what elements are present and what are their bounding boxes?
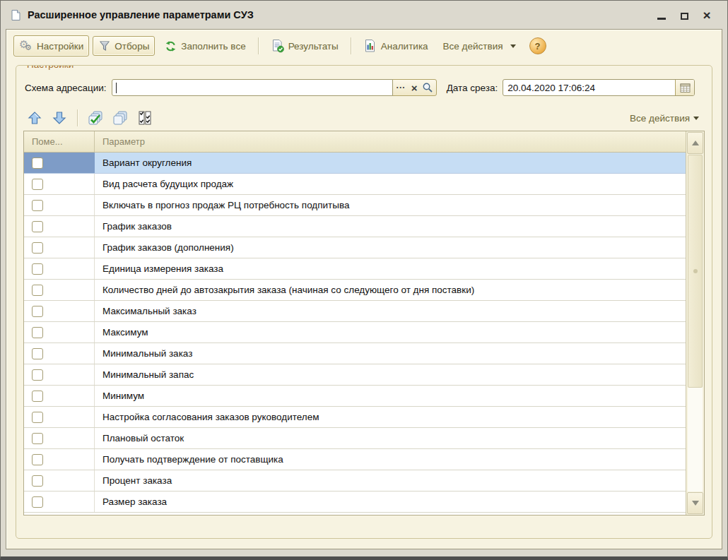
row-mark-cell[interactable]	[24, 407, 95, 427]
fill-all-button-label: Заполнить все	[181, 41, 245, 52]
close-icon[interactable]: ×	[701, 9, 712, 20]
clear-icon[interactable]: ×	[408, 81, 421, 95]
row-param-label: Минимальный запас	[95, 364, 686, 385]
schema-field-buttons: ... ×	[392, 79, 437, 96]
row-checkbox[interactable]	[32, 285, 43, 296]
row-checkbox[interactable]	[32, 454, 43, 465]
row-checkbox[interactable]	[32, 263, 43, 275]
table-row[interactable]: График заказов (дополнения)	[24, 237, 686, 258]
uncheck-all-button[interactable]	[110, 108, 130, 128]
all-actions-button[interactable]: Все действия	[438, 37, 522, 55]
search-icon[interactable]	[421, 81, 435, 95]
row-param-label: Максимальный заказ	[95, 301, 686, 321]
table-row[interactable]: Количество дней до автозакрытия заказа (…	[24, 280, 686, 301]
table-main: Поме... Параметр Вариант округленияВид р…	[24, 131, 686, 515]
row-checkbox[interactable]	[32, 433, 43, 444]
triangle-down-icon	[692, 501, 699, 506]
settings-button[interactable]: ⚙⚙ Настройки	[13, 35, 89, 56]
table-row[interactable]: Максимальный заказ	[24, 301, 686, 322]
list-all-actions-button[interactable]: Все действия	[626, 111, 703, 126]
table-row[interactable]: Включать в прогноз продаж РЦ потребность…	[24, 195, 686, 216]
date-input[interactable]: 20.04.2020 17:06:24	[503, 80, 675, 95]
maximize-icon[interactable]	[679, 9, 690, 20]
schema-input[interactable]	[112, 79, 393, 96]
scrollbar-thumb[interactable]	[688, 155, 703, 388]
question-mark-icon: ?	[535, 41, 541, 52]
table-row[interactable]: Минимальный запас	[24, 364, 686, 386]
row-checkbox[interactable]	[32, 369, 43, 381]
lookup-button[interactable]: ...	[394, 78, 408, 97]
row-param-label: График заказов (дополнения)	[95, 237, 686, 258]
row-mark-cell[interactable]	[24, 428, 95, 448]
analytics-button[interactable]: Аналитика	[358, 35, 434, 56]
row-checkbox[interactable]	[32, 412, 43, 423]
row-checkbox[interactable]	[32, 157, 43, 169]
table-row[interactable]: Максимум	[24, 322, 686, 343]
row-mark-cell[interactable]	[24, 386, 95, 406]
scroll-up-button[interactable]	[687, 132, 703, 154]
table-row[interactable]: Минимум	[24, 386, 686, 407]
row-checkbox[interactable]	[32, 475, 43, 487]
toolbar-separator	[258, 37, 259, 54]
table-body: Вариант округленияВид расчета будущих пр…	[24, 153, 686, 515]
row-mark-cell[interactable]	[24, 322, 95, 342]
column-header-mark[interactable]: Поме...	[24, 131, 95, 152]
analytics-chart-icon	[363, 39, 377, 53]
text-caret	[116, 83, 117, 93]
table-row[interactable]: Получать подтверждение от поставщика	[24, 449, 686, 470]
row-checkbox[interactable]	[32, 391, 43, 402]
scrollbar-track[interactable]	[688, 388, 703, 492]
row-mark-cell[interactable]	[24, 280, 95, 300]
invert-marks-button[interactable]	[135, 108, 155, 128]
row-checkbox[interactable]	[32, 179, 43, 190]
row-mark-cell[interactable]	[24, 470, 95, 491]
row-mark-cell[interactable]	[24, 343, 95, 364]
row-checkbox[interactable]	[32, 306, 43, 317]
chevron-down-icon	[510, 44, 516, 48]
minimize-icon[interactable]	[656, 9, 667, 20]
row-mark-cell[interactable]	[24, 449, 95, 470]
row-mark-cell[interactable]	[24, 364, 95, 385]
row-checkbox[interactable]	[32, 221, 43, 232]
toolbar-separator	[77, 109, 78, 126]
row-param-label: Настройка согласования заказов руководит…	[95, 407, 686, 427]
row-mark-cell[interactable]	[24, 174, 95, 194]
calendar-icon[interactable]	[675, 80, 694, 95]
row-mark-cell[interactable]	[24, 258, 95, 279]
scroll-down-button[interactable]	[687, 492, 703, 514]
window-title: Расширенное управление параметрами СУЗ	[28, 9, 656, 20]
move-up-button[interactable]	[25, 108, 45, 128]
results-button[interactable]: Результаты	[265, 35, 344, 56]
row-checkbox[interactable]	[32, 496, 43, 508]
client-area: ⚙⚙ Настройки Отборы	[6, 29, 722, 549]
table-row[interactable]: Плановый остаток	[24, 428, 686, 449]
results-button-label: Результаты	[288, 41, 339, 52]
row-mark-cell[interactable]	[24, 195, 95, 215]
row-checkbox[interactable]	[32, 327, 43, 338]
column-header-parameter[interactable]: Параметр	[95, 131, 686, 152]
table-row[interactable]: Процент заказа	[24, 470, 686, 492]
row-mark-cell[interactable]	[24, 301, 95, 321]
vertical-scrollbar[interactable]	[686, 131, 704, 515]
fill-all-button[interactable]: Заполнить все	[158, 36, 251, 56]
row-checkbox[interactable]	[32, 200, 43, 211]
help-button[interactable]: ?	[529, 37, 546, 54]
arrow-up-icon	[27, 110, 42, 126]
filters-button[interactable]: Отборы	[93, 36, 155, 56]
row-checkbox[interactable]	[32, 348, 43, 359]
move-down-button[interactable]	[49, 108, 69, 128]
table-row[interactable]: Вариант округления	[24, 153, 686, 174]
row-mark-cell[interactable]	[24, 216, 95, 237]
table-row[interactable]: График заказов	[24, 216, 686, 237]
table-row[interactable]: Минимальный заказ	[24, 343, 686, 364]
table-row[interactable]: Размер заказа	[24, 492, 686, 513]
row-checkbox[interactable]	[32, 242, 43, 254]
table-row[interactable]: Настройка согласования заказов руководит…	[24, 407, 686, 428]
table-row[interactable]: Вид расчета будущих продаж	[24, 174, 686, 195]
row-mark-cell[interactable]	[24, 492, 95, 512]
row-mark-cell[interactable]	[24, 237, 95, 258]
row-mark-cell[interactable]	[24, 153, 95, 173]
check-all-button[interactable]	[86, 108, 105, 128]
table-row[interactable]: Единица измерения заказа	[24, 258, 686, 280]
list-all-actions-label: Все действия	[630, 113, 690, 124]
